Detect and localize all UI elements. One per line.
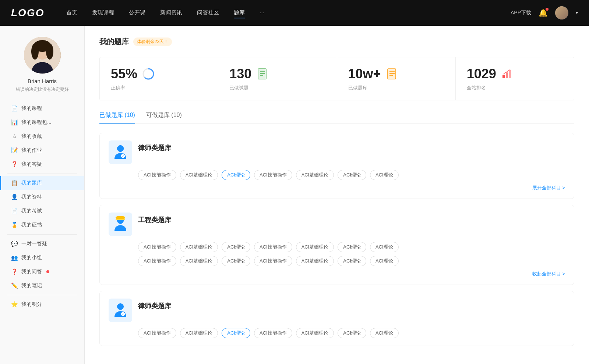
- tag-2-r2-4[interactable]: ACI基础理论: [296, 256, 334, 266]
- tag-2-1[interactable]: ACI基础理论: [180, 242, 218, 252]
- svg-point-29: [117, 303, 124, 310]
- tag-1-3[interactable]: ACI技能操作: [254, 170, 292, 180]
- main-content: 我的题库 体验剩余23天！ 55% 正确率: [85, 26, 589, 364]
- tag-1-0[interactable]: ACI技能操作: [138, 170, 176, 180]
- avatar-svg: [24, 37, 61, 74]
- sidebar-item-notes[interactable]: ✏️ 我的笔记: [0, 279, 84, 293]
- svg-point-4: [31, 43, 39, 60]
- tag-2-r2-6[interactable]: ACI理论: [370, 256, 399, 266]
- svg-rect-19: [506, 72, 508, 78]
- sidebar-menu: 📄 我的课程 📊 我的课程包... ☆ 我的收藏 📝 我的作业 ❓ 我的答疑 �: [0, 101, 84, 311]
- circle-progress-svg: [142, 67, 155, 81]
- nav-home[interactable]: 首页: [66, 8, 77, 18]
- tag-2-r2-1[interactable]: ACI基础理论: [180, 256, 218, 266]
- nav-links: 首页 发现课程 公开课 新闻资讯 问答社区 题库 ···: [66, 8, 511, 18]
- sidebar: Brian Harris 错误的决定比没有决定要好 📄 我的课程 📊 我的课程包…: [0, 26, 85, 364]
- svg-rect-8: [258, 69, 266, 79]
- sidebar-item-course-package[interactable]: 📊 我的课程包...: [0, 115, 84, 129]
- tag-1-6[interactable]: ACI理论: [370, 170, 399, 180]
- courses-icon: 📄: [11, 105, 18, 112]
- divider-1: [7, 174, 77, 174]
- sidebar-item-certificate[interactable]: 🏅 我的证书: [0, 218, 84, 232]
- nav-qa[interactable]: 问答社区: [197, 8, 219, 18]
- tabs-bar: 已做题库 (10) 可做题库 (10): [99, 111, 574, 124]
- avatar[interactable]: [555, 6, 568, 19]
- sidebar-item-group[interactable]: 👥 我的小组: [0, 251, 84, 265]
- main-layout: Brian Harris 错误的决定比没有决定要好 📄 我的课程 📊 我的课程包…: [0, 26, 589, 364]
- avatar-image: [555, 6, 568, 19]
- app-download-button[interactable]: APP下载: [511, 10, 531, 16]
- sidebar-item-label: 我的课程包...: [21, 119, 52, 126]
- tag-2-4[interactable]: ACI基础理论: [296, 242, 334, 252]
- accuracy-circle-icon: [142, 67, 155, 81]
- tag-3-5[interactable]: ACI理论: [338, 328, 366, 338]
- avatar-dropdown-icon[interactable]: ▾: [576, 10, 578, 15]
- tag-1-2[interactable]: ACI理论: [222, 170, 250, 180]
- tab-done-banks[interactable]: 已做题库 (10): [99, 111, 135, 124]
- tag-2-r2-5[interactable]: ACI理论: [338, 256, 366, 266]
- tab-available-banks[interactable]: 可做题库 (10): [146, 111, 182, 124]
- qbank-card-engineer: 工程类题库 ACI技能操作 ACI基础理论 ACI理论 ACI技能操作 ACI基…: [99, 205, 574, 285]
- sidebar-item-label: 我的证书: [21, 222, 42, 228]
- sidebar-item-courses[interactable]: 📄 我的课程: [0, 101, 84, 115]
- lawyer-person-svg-2: ✓: [112, 302, 128, 318]
- qbank-icon: 📋: [11, 180, 18, 186]
- tag-3-3[interactable]: ACI技能操作: [254, 328, 292, 338]
- sidebar-item-profile[interactable]: 👤 我的资料: [0, 190, 84, 204]
- nav-open-course[interactable]: 公开课: [129, 8, 145, 18]
- nav-more[interactable]: ···: [260, 8, 264, 18]
- svg-text:✓: ✓: [122, 313, 124, 316]
- sidebar-item-qa[interactable]: ❓ 我的答疑: [0, 157, 84, 171]
- notification-bell[interactable]: 🔔: [539, 8, 548, 17]
- tag-2-r2-0[interactable]: ACI技能操作: [138, 256, 176, 266]
- qbank-title-3: 律师类题库: [138, 299, 171, 310]
- rank-chart-icon: [501, 67, 514, 81]
- qa-notification-dot: [46, 270, 49, 273]
- stat-questions-value: 130: [229, 66, 251, 82]
- stat-banks-label: 已做题库: [348, 85, 444, 91]
- tag-3-1[interactable]: ACI基础理论: [180, 328, 218, 338]
- svg-point-5: [46, 43, 53, 60]
- tag-2-0[interactable]: ACI技能操作: [138, 242, 176, 252]
- tag-1-1[interactable]: ACI基础理论: [180, 170, 218, 180]
- sidebar-item-exam[interactable]: 📄 我的考试: [0, 204, 84, 218]
- sidebar-item-qbank[interactable]: 📋 我的题库: [0, 176, 84, 190]
- sidebar-item-points[interactable]: ⭐ 我的积分: [0, 297, 84, 311]
- tag-1-5[interactable]: ACI理论: [338, 170, 366, 180]
- stat-accuracy-top: 55%: [111, 66, 207, 82]
- divider-2: [7, 234, 77, 235]
- svg-rect-28: [116, 219, 125, 220]
- sidebar-item-homework[interactable]: 📝 我的作业: [0, 143, 84, 157]
- sidebar-item-1on1[interactable]: 💬 一对一答疑: [0, 237, 84, 251]
- qbank-tags-2-row1: ACI技能操作 ACI基础理论 ACI理论 ACI技能操作 ACI基础理论 AC…: [138, 242, 565, 252]
- tag-2-3[interactable]: ACI技能操作: [254, 242, 292, 252]
- tag-3-2[interactable]: ACI理论: [222, 328, 250, 338]
- sidebar-item-favorites[interactable]: ☆ 我的收藏: [0, 129, 84, 143]
- tag-3-6[interactable]: ACI理论: [370, 328, 399, 338]
- qbank-card-lawyer-2: ✓ 律师类题库 ACI技能操作 ACI基础理论 ACI理论 ACI技能操作 AC…: [99, 291, 574, 346]
- tag-3-0[interactable]: ACI技能操作: [138, 328, 176, 338]
- sidebar-item-label: 我的资料: [21, 194, 42, 200]
- stat-rank-top: 1029: [467, 66, 563, 82]
- tag-1-4[interactable]: ACI基础理论: [296, 170, 334, 180]
- tag-2-6[interactable]: ACI理论: [370, 242, 399, 252]
- qbank-tags-1: ACI技能操作 ACI基础理论 ACI理论 ACI技能操作 ACI基础理论 AC…: [138, 170, 565, 180]
- collapse-button[interactable]: 收起全部科目 >: [532, 271, 565, 277]
- qa-icon: ❓: [11, 161, 18, 168]
- sidebar-item-my-qa[interactable]: ❓ 我的问答: [0, 265, 84, 279]
- qbank-header-1: ✓ 律师类题库: [109, 140, 565, 164]
- tag-2-5[interactable]: ACI理论: [338, 242, 366, 252]
- expand-button-1[interactable]: 展开全部科目 >: [532, 185, 565, 191]
- nav-news[interactable]: 新闻资讯: [160, 8, 182, 18]
- tag-2-2[interactable]: ACI理论: [222, 242, 250, 252]
- red-chart-svg: [501, 68, 513, 80]
- qbank-header-2: 工程类题库: [109, 213, 565, 236]
- tag-2-r2-3[interactable]: ACI技能操作: [254, 256, 292, 266]
- user-motto: 错误的决定比没有决定要好: [16, 86, 69, 93]
- nav-discover[interactable]: 发现课程: [92, 8, 114, 18]
- tag-2-r2-2[interactable]: ACI理论: [222, 256, 250, 266]
- course-package-icon: 📊: [11, 119, 18, 126]
- stat-banks-value: 10w+: [348, 66, 381, 82]
- nav-qbank[interactable]: 题库: [234, 8, 245, 18]
- tag-3-4[interactable]: ACI基础理论: [296, 328, 334, 338]
